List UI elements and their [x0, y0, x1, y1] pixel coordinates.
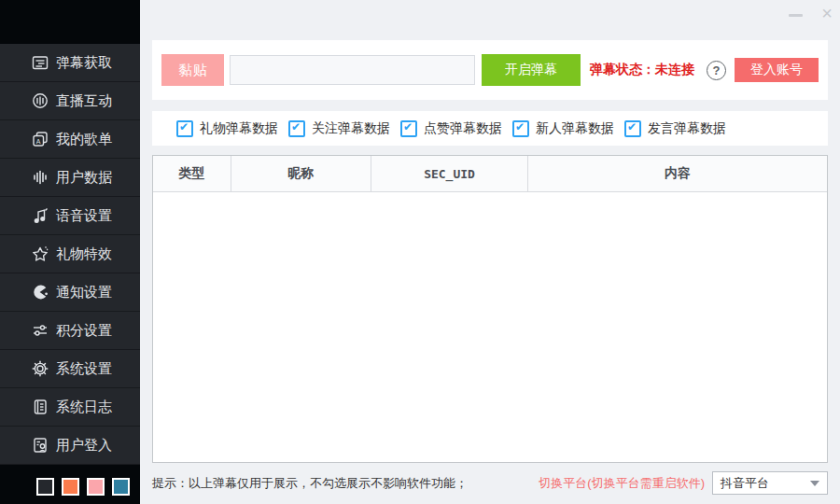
sidebar-item-my-playlist[interactable]: A 我的歌单 — [0, 120, 140, 159]
gift-star-icon — [31, 245, 49, 263]
room-url-input[interactable] — [230, 55, 475, 85]
log-book-icon — [31, 398, 49, 416]
filter-gift-danmaku[interactable]: 礼物弹幕数据 — [176, 120, 276, 137]
theme-swatch-pink[interactable] — [87, 478, 105, 496]
footer-tip-text: 提示：以上弹幕仅用于展示，不勾选展示不影响软件功能； — [152, 475, 468, 492]
svg-text:A: A — [36, 138, 41, 145]
filter-label: 礼物弹幕数据 — [200, 120, 278, 137]
titlebar: × — [140, 0, 840, 34]
sidebar-item-gift-effects[interactable]: 礼物特效 — [0, 235, 140, 273]
theme-swatch-dark[interactable] — [36, 478, 54, 496]
help-icon[interactable]: ? — [707, 61, 726, 80]
sidebar-item-label: 系统设置 — [56, 360, 112, 378]
sidebar-header — [0, 0, 140, 44]
sidebar-item-label: 系统日志 — [56, 399, 112, 416]
checkbox-checked-icon[interactable] — [288, 120, 305, 137]
main-area: × 黏贴 开启弹幕 弹幕状态：未连接 ? 登入账号 礼物弹幕数据 关注弹幕数据 … — [140, 0, 840, 504]
sidebar-item-label: 用户数据 — [56, 169, 112, 187]
points-sliders-icon — [31, 321, 49, 340]
sidebar-item-user-data[interactable]: 用户数据 — [0, 159, 140, 197]
danmaku-toolbar: 黏贴 开启弹幕 弹幕状态：未连接 ? 登入账号 — [152, 40, 828, 100]
sidebar: 弹幕获取 直播互动 A 我的歌单 — [0, 0, 140, 504]
column-header-nickname[interactable]: 昵称 — [231, 156, 371, 191]
gear-icon — [31, 359, 49, 378]
close-button[interactable]: × — [821, 4, 833, 22]
sidebar-item-label: 弹幕获取 — [56, 54, 112, 72]
danmaku-list-icon — [31, 53, 49, 72]
sidebar-item-points-settings[interactable]: 积分设置 — [0, 312, 140, 350]
footer-bar: 提示：以上弹幕仅用于展示，不勾选展示不影响软件功能； 切换平台(切换平台需重启软… — [152, 471, 828, 495]
user-data-bars-icon — [31, 168, 49, 187]
paste-button[interactable]: 黏贴 — [161, 54, 224, 86]
checkbox-checked-icon[interactable] — [400, 120, 417, 137]
sidebar-item-label: 语音设置 — [56, 207, 112, 225]
sidebar-item-live-interaction[interactable]: 直播互动 — [0, 82, 140, 120]
chevron-down-icon — [810, 481, 819, 486]
login-account-button[interactable]: 登入账号 — [735, 58, 819, 82]
platform-select[interactable]: 抖音平台 — [712, 471, 828, 495]
filter-label: 新人弹幕数据 — [536, 120, 614, 137]
status-value: 未连接 — [655, 62, 694, 77]
theme-color-swatches — [36, 478, 130, 496]
checkbox-checked-icon[interactable] — [624, 120, 641, 137]
playlist-icon: A — [31, 130, 49, 148]
sidebar-item-system-logs[interactable]: 系统日志 — [0, 388, 140, 427]
voice-note-icon — [31, 206, 49, 225]
app-window: 弹幕获取 直播互动 A 我的歌单 — [0, 0, 840, 504]
table-body-empty[interactable] — [153, 192, 827, 462]
filter-label: 关注弹幕数据 — [312, 120, 390, 137]
sidebar-item-voice-settings[interactable]: 语音设置 — [0, 197, 140, 235]
switch-platform-link[interactable]: 切换平台(切换平台需重启软件) — [539, 475, 705, 492]
sidebar-item-label: 礼物特效 — [56, 245, 112, 263]
table-header-row: 类型 昵称 SEC_UID 内容 — [153, 156, 827, 192]
theme-swatch-teal[interactable] — [112, 478, 130, 496]
column-header-sec-uid[interactable]: SEC_UID — [371, 156, 528, 191]
danmaku-table: 类型 昵称 SEC_UID 内容 — [152, 155, 828, 463]
filter-label: 发言弹幕数据 — [648, 120, 726, 137]
checkbox-checked-icon[interactable] — [176, 120, 193, 137]
column-header-content[interactable]: 内容 — [528, 156, 827, 191]
sidebar-item-danmaku-fetch[interactable]: 弹幕获取 — [0, 44, 140, 82]
filter-label: 点赞弹幕数据 — [424, 120, 502, 137]
sidebar-item-label: 积分设置 — [56, 322, 112, 340]
user-login-icon — [31, 436, 49, 455]
danmaku-filters: 礼物弹幕数据 关注弹幕数据 点赞弹幕数据 新人弹幕数据 发言弹幕数据 — [152, 111, 828, 146]
filter-chat-danmaku[interactable]: 发言弹幕数据 — [624, 120, 724, 137]
notification-icon — [31, 283, 49, 301]
checkbox-checked-icon[interactable] — [512, 120, 529, 137]
sidebar-item-label: 用户登入 — [56, 437, 112, 455]
minimize-button[interactable] — [789, 14, 803, 17]
sidebar-item-notification-settings[interactable]: 通知设置 — [0, 273, 140, 312]
sidebar-item-system-settings[interactable]: 系统设置 — [0, 350, 140, 388]
status-label: 弹幕状态： — [590, 62, 655, 77]
danmaku-status: 弹幕状态：未连接 — [590, 62, 694, 78]
sidebar-item-label: 通知设置 — [56, 284, 112, 301]
filter-follow-danmaku[interactable]: 关注弹幕数据 — [288, 120, 388, 137]
platform-select-value: 抖音平台 — [721, 475, 769, 492]
column-header-type[interactable]: 类型 — [153, 156, 231, 191]
filter-like-danmaku[interactable]: 点赞弹幕数据 — [400, 120, 500, 137]
sidebar-item-label: 我的歌单 — [56, 131, 112, 148]
sidebar-item-user-login[interactable]: 用户登入 — [0, 427, 140, 465]
theme-swatch-orange[interactable] — [62, 478, 79, 496]
sidebar-item-label: 直播互动 — [56, 92, 112, 110]
start-danmaku-button[interactable]: 开启弹幕 — [482, 54, 581, 86]
filter-newcomer-danmaku[interactable]: 新人弹幕数据 — [512, 120, 612, 137]
sidebar-footer — [0, 465, 140, 504]
live-interaction-icon — [31, 91, 49, 110]
